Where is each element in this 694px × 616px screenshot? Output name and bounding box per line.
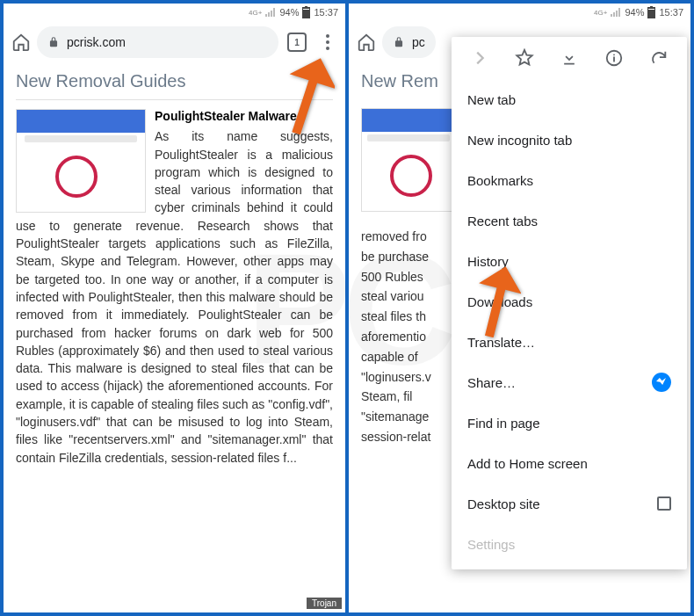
menu-find-in-page[interactable]: Find in page [452,402,687,443]
network-label: 4G+ [594,9,607,17]
menu-button[interactable] [315,30,340,54]
article-thumbnail[interactable] [16,109,146,213]
svg-rect-4 [650,6,653,8]
menu-settings[interactable]: Settings [452,524,687,564]
arrow-annotation-history [466,265,521,337]
reload-button[interactable] [645,44,673,72]
menu-add-to-home[interactable]: Add to Home screen [452,443,687,483]
network-label: 4G+ [249,9,262,17]
desktop-site-checkbox[interactable] [657,496,671,511]
menu-toolbar [452,37,687,79]
clock: 15:37 [659,7,683,18]
forward-button[interactable] [466,44,494,72]
svg-rect-1 [305,6,307,8]
bookmark-star-button[interactable] [510,44,539,72]
status-bar: 4G+ 94% 15:37 [349,4,690,21]
article-thumbnail[interactable] [361,108,456,212]
messenger-icon [652,373,671,392]
phone-left: 4G+ 94% 15:37 pcrisk.com 1 New Removal G… [4,4,345,612]
phone-right: 4G+ 94% 15:37 pc New Rem criminals be Re… [349,4,690,612]
tabs-button[interactable]: 1 [287,33,307,52]
info-button[interactable] [600,44,628,72]
menu-desktop-site[interactable]: Desktop site [452,483,687,524]
svg-rect-3 [647,7,655,18]
svg-rect-5 [648,9,654,10]
menu-recent-tabs[interactable]: Recent tabs [452,200,687,241]
svg-rect-2 [303,9,309,10]
menu-new-incognito[interactable]: New incognito tab [452,120,687,160]
arrow-annotation-menu [273,56,335,135]
url-text: pcrisk.com [67,35,126,49]
download-button[interactable] [555,44,583,72]
address-bar[interactable]: pc [382,26,436,58]
home-button[interactable] [9,30,33,54]
signal-icon [611,8,621,17]
lock-icon [47,36,60,48]
category-badge: Trojan [307,598,342,609]
status-bar: 4G+ 94% 15:37 [4,4,345,21]
menu-share[interactable]: Share… [452,362,687,402]
menu-bookmarks[interactable]: Bookmarks [452,160,687,200]
battery-icon [647,6,655,18]
lock-icon [393,36,405,48]
home-button[interactable] [354,30,379,54]
menu-new-tab[interactable]: New tab [452,79,687,120]
article: PoulightStealer Malware As its name sugg… [16,107,333,467]
url-text: pc [412,35,425,49]
signal-icon [265,8,276,17]
battery-pct: 94% [625,7,644,18]
clock: 15:37 [314,7,338,18]
address-bar[interactable]: pcrisk.com [37,26,278,58]
battery-pct: 94% [279,7,299,18]
svg-rect-0 [302,7,310,18]
battery-icon [302,6,310,18]
